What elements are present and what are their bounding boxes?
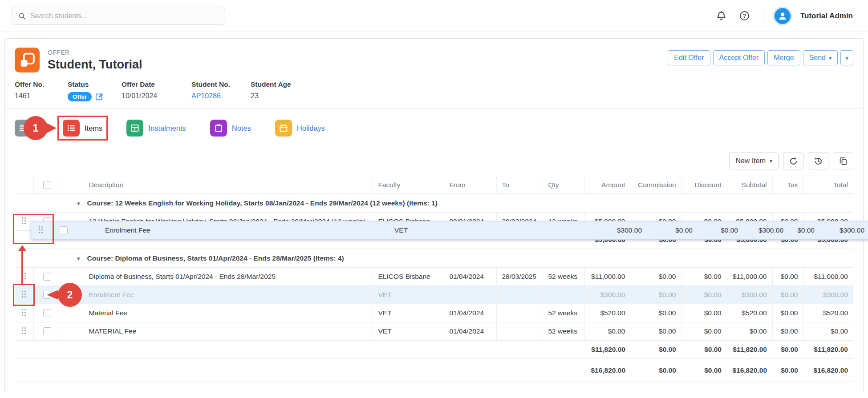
cell-amount: $300.00: [601, 226, 647, 234]
edit-offer-button[interactable]: Edit Offer: [668, 50, 710, 65]
items-toolbar: New Item: [15, 153, 853, 169]
header-commission[interactable]: Commission: [631, 176, 681, 194]
cell-qty: 52 weeks: [543, 304, 584, 322]
cell-commission: $0.00: [631, 322, 681, 341]
annotation-step-2-balloon: 2: [58, 283, 82, 307]
grand-commission: $0.00: [631, 359, 681, 382]
subtotal-amount: $11,820.00: [584, 341, 631, 359]
cell-discount: $0.00: [681, 322, 727, 341]
cell-commission: $0.00: [647, 226, 698, 234]
tab-items[interactable]: Items: [63, 120, 102, 137]
search-input[interactable]: [30, 12, 219, 20]
cell-amount: $0.00: [584, 322, 631, 341]
cell-subtotal: $300.00: [743, 226, 789, 234]
grand-tax: $0.00: [772, 359, 803, 382]
tab-instalments[interactable]: Instalments: [126, 120, 186, 137]
cell-total: $300.00: [820, 226, 868, 234]
header-amount[interactable]: Amount: [584, 176, 631, 194]
cell-total: $11,000.00: [803, 268, 853, 286]
person-icon: [778, 11, 787, 21]
topbar: ? Tutorial Admin: [0, 0, 868, 32]
cell-qty: 52 weeks: [543, 322, 584, 341]
header-description[interactable]: Description: [61, 176, 373, 194]
copy-icon: [839, 157, 848, 165]
info-offer-no: Offer No. 1461: [15, 80, 68, 101]
header-faculty[interactable]: Faculty: [373, 176, 444, 194]
copy-button[interactable]: [833, 153, 853, 169]
header-discount[interactable]: Discount: [681, 176, 727, 194]
cell-description: Material Fee: [61, 304, 373, 322]
cell-faculty: ELICOS Bisbane: [373, 268, 444, 286]
group-header-row: Course: 12 Weeks English for Working Hol…: [15, 194, 853, 213]
status-badge: Offer: [68, 92, 92, 101]
send-button[interactable]: Send: [803, 50, 838, 65]
info-status: Status Offer: [68, 80, 122, 101]
cell-qty: [543, 286, 584, 304]
more-actions-button[interactable]: [840, 50, 853, 65]
row-checkbox[interactable]: [43, 327, 51, 335]
cell-discount: $0.00: [681, 304, 727, 322]
annotation-step-2-arrow: [47, 290, 58, 300]
cell-from: [444, 286, 496, 304]
items-panel: New Item: [5, 147, 863, 392]
row-checkbox[interactable]: [60, 226, 68, 234]
new-item-button[interactable]: New Item: [729, 153, 779, 169]
tab-notes[interactable]: Notes: [210, 120, 251, 137]
drag-handle[interactable]: [21, 327, 26, 334]
select-all-checkbox[interactable]: [43, 181, 51, 189]
header-from[interactable]: From: [444, 176, 496, 194]
header-subtotal[interactable]: Subtotal: [727, 176, 772, 194]
user-name[interactable]: Tutorial Admin: [800, 12, 853, 20]
search-students-box[interactable]: [12, 7, 225, 25]
cell-from: 01/04/2024: [444, 268, 496, 286]
cell-amount: $520.00: [584, 304, 631, 322]
header-total[interactable]: Total: [803, 176, 853, 194]
notifications-button[interactable]: [711, 6, 732, 26]
cell-subtotal: $300.00: [727, 286, 772, 304]
collapse-caret-icon[interactable]: [77, 254, 87, 262]
grand-total: $16,820.00: [803, 359, 853, 382]
help-icon: ?: [739, 11, 750, 21]
cell-description: MATERIAL Fee: [61, 322, 373, 341]
instalments-tab-label: Instalments: [148, 124, 186, 133]
row-checkbox[interactable]: [43, 273, 51, 281]
header-handle-cell: [15, 176, 33, 194]
tabs-bar: Items Instalments Notes Holidays: [5, 109, 863, 147]
avatar[interactable]: [773, 7, 792, 25]
cell-subtotal: $0.00: [727, 322, 772, 341]
accept-offer-button[interactable]: Accept Offer: [713, 50, 765, 65]
topbar-right: ? Tutorial Admin: [711, 6, 856, 26]
cell-discount: $0.00: [681, 286, 727, 304]
cell-to: [496, 286, 543, 304]
bell-icon: [716, 11, 726, 21]
cell-to: 28/03/2025: [496, 268, 543, 286]
cell-tax: $0.00: [772, 304, 803, 322]
cell-subtotal: $520.00: [727, 304, 772, 322]
dragged-row[interactable]: Enrolment Fee VET $300.00 $0.00 $0.00 $3…: [31, 221, 868, 240]
header-to[interactable]: To: [496, 176, 543, 194]
tab-holidays[interactable]: Holidays: [275, 120, 325, 137]
header-tax[interactable]: Tax: [772, 176, 803, 194]
group-title: Course: Diploma of Business, Starts 01/A…: [87, 254, 344, 262]
subtotal-commission: $0.00: [631, 341, 681, 359]
row-checkbox[interactable]: [43, 309, 51, 317]
edit-status-icon[interactable]: [95, 92, 104, 101]
topbar-divider: [763, 8, 763, 24]
cell-tax: $0.00: [772, 286, 803, 304]
drag-handle[interactable]: [21, 309, 26, 316]
student-no-link[interactable]: AP10286: [191, 92, 221, 100]
header-qty[interactable]: Qty: [543, 176, 584, 194]
table-row-drag-source: Enrolment Fee VET $300.00 $0.00 $0.00 $3…: [15, 286, 853, 304]
history-button[interactable]: [808, 153, 828, 169]
cell-qty: 52 weeks: [543, 268, 584, 286]
cell-faculty: VET: [373, 322, 444, 341]
merge-button[interactable]: Merge: [767, 50, 800, 65]
page-title: Student, Tutorial: [48, 58, 142, 72]
holidays-tab-label: Holidays: [297, 124, 325, 133]
help-button[interactable]: ?: [734, 6, 755, 26]
items-tab-icon: [63, 120, 80, 137]
annotation-drop-target-frame: [13, 214, 54, 244]
collapse-caret-icon[interactable]: [77, 199, 87, 207]
refresh-button[interactable]: [783, 153, 803, 169]
grand-discount: $0.00: [681, 359, 727, 382]
